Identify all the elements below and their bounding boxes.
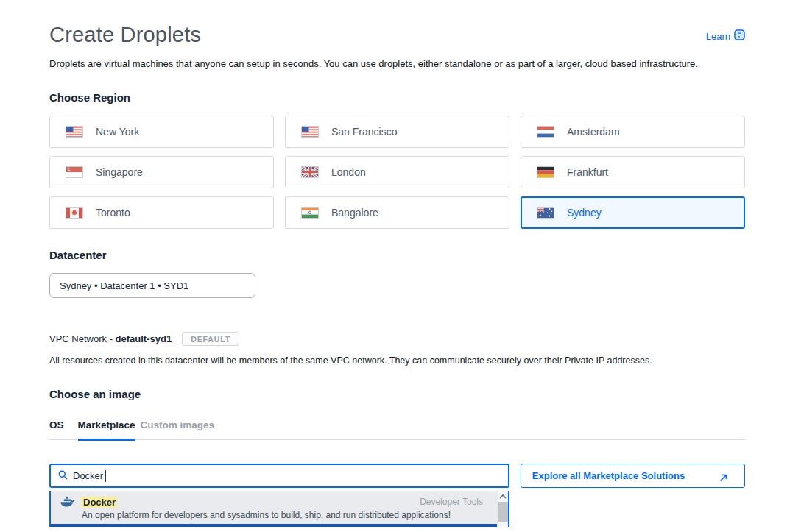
datacenter-selected-value: Sydney • Datacenter 1 • SYD1 [60,280,188,291]
region-label: Singapore [96,166,143,178]
result-category: Developer Tools [420,497,483,507]
region-card-bangalore[interactable]: Bangalore [285,196,509,229]
region-card-frankfurt[interactable]: Frankfurt [521,156,745,188]
tab-custom-images[interactable]: Custom images [141,419,215,441]
page-subtitle: Droplets are virtual machines that anyon… [49,58,745,69]
marketplace-search-row: Explore all Marketplace Solutions [49,464,745,488]
vpc-network-label: VPC Network - default-syd1 [49,333,172,344]
next-result-item-partial[interactable] [51,524,508,527]
vpc-network-name: default-syd1 [116,333,172,344]
vpc-network-row: VPC Network - default-syd1 DEFAULT [49,332,745,346]
choose-region-heading: Choose Region [49,91,745,104]
region-card-singapore[interactable]: Singapore [49,156,274,188]
explore-marketplace-label: Explore all Marketplace Solutions [532,470,685,481]
text-cursor [105,470,106,482]
image-tabs: OS Marketplace Custom images [49,419,745,440]
vpc-default-badge: DEFAULT [182,332,239,346]
tab-os[interactable]: OS [49,419,64,441]
learn-doc-icon [734,29,745,43]
result-name-highlighted: Docker [82,497,117,508]
region-card-san-francisco[interactable]: San Francisco [285,116,509,148]
docker-whale-icon [60,496,76,508]
page-title: Create Droplets [49,23,201,47]
search-icon [58,469,68,483]
region-label: Amsterdam [567,126,620,138]
region-label: Toronto [96,207,130,219]
region-grid: New York San Francisco Amsterdam Singapo… [49,116,745,229]
region-label: New York [96,126,139,138]
result-item-docker[interactable]: Docker Developer Tools An open platform … [51,491,508,524]
datacenter-heading: Datacenter [49,249,745,261]
search-results-dropdown: Docker Developer Tools An open platform … [49,491,509,527]
netherlands-flag-icon [537,126,554,138]
region-label: Sydney [567,207,602,219]
region-card-amsterdam[interactable]: Amsterdam [521,116,745,148]
page-header: Create Droplets Learn [49,0,745,47]
scroll-up-arrow-icon[interactable] [498,491,508,502]
marketplace-search-input[interactable] [73,470,105,481]
india-flag-icon [301,207,319,219]
region-label: San Francisco [331,126,397,138]
region-card-sydney[interactable]: Sydney [521,196,745,229]
datacenter-select[interactable]: Sydney • Datacenter 1 • SYD1 [49,273,255,298]
create-droplets-page: Create Droplets Learn Droplets are virtu… [0,0,790,527]
external-arrow-icon [719,472,727,485]
result-description: An open platform for developers and sysa… [60,510,483,520]
scrollbar-thumb[interactable] [498,502,509,522]
dropdown-scrollbar[interactable] [497,491,508,527]
us-flag-icon [66,126,83,138]
tab-marketplace[interactable]: Marketplace [78,419,135,441]
region-label: Bangalore [331,207,378,219]
learn-link[interactable]: Learn [706,29,745,43]
singapore-flag-icon [66,166,83,178]
region-card-london[interactable]: London [285,156,509,188]
learn-link-label: Learn [706,31,730,42]
region-label: Frankfurt [567,166,608,178]
canada-flag-icon [66,207,83,219]
region-card-new-york[interactable]: New York [49,116,274,148]
region-card-toronto[interactable]: Toronto [49,196,274,229]
uk-flag-icon [301,166,319,178]
result-head: Docker Developer Tools [60,496,483,508]
vpc-description: All resources created in this datacenter… [49,355,745,366]
germany-flag-icon [537,166,554,178]
region-label: London [331,166,366,178]
us-flag-icon [301,126,319,138]
choose-image-heading: Choose an image [49,388,745,400]
marketplace-search-box[interactable] [49,464,509,488]
explore-marketplace-button[interactable]: Explore all Marketplace Solutions [521,464,745,488]
australia-flag-icon [537,207,554,219]
